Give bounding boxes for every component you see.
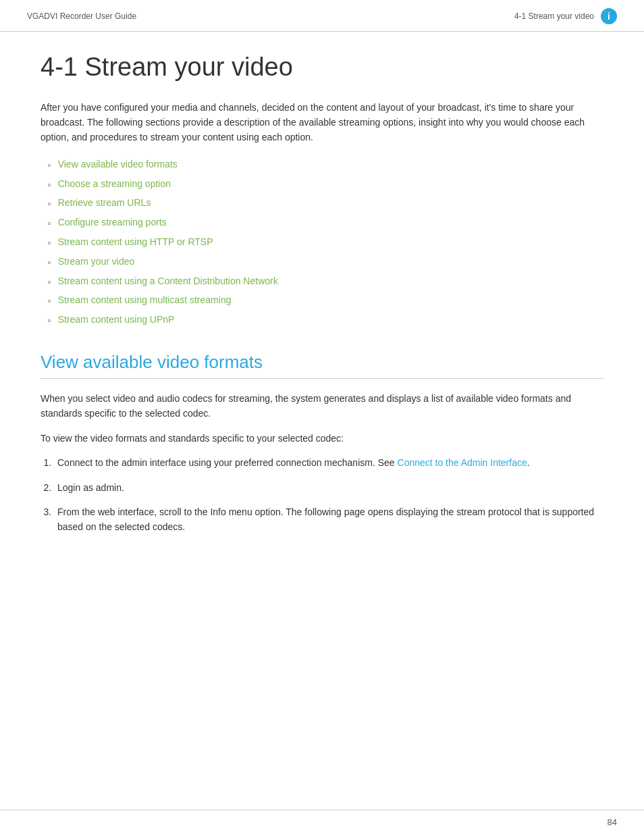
- step-1-text: Connect to the admin interface using you…: [57, 457, 398, 468]
- step-2-text: Login as admin.: [57, 482, 124, 493]
- page-footer: 84: [0, 810, 644, 834]
- toc-link-multicast[interactable]: Stream content using multicast streaming: [58, 294, 232, 305]
- header-chapter-text: 4-1 Stream your video: [514, 11, 594, 21]
- connect-admin-link[interactable]: Connect to the Admin Interface: [398, 457, 527, 468]
- chapter-title-text: Stream your video: [84, 53, 292, 81]
- chapter-number: 4-1: [41, 53, 78, 81]
- list-item: Stream your video: [47, 256, 603, 270]
- section-heading: View available video formats: [41, 352, 603, 379]
- header-left-text: VGADVI Recorder User Guide: [27, 11, 136, 21]
- toc-link-http-rtsp[interactable]: Stream content using HTTP or RTSP: [58, 236, 213, 247]
- intro-paragraph: After you have configured your media and…: [41, 100, 603, 145]
- info-icon[interactable]: i: [601, 8, 617, 24]
- toc-link-cdn[interactable]: Stream content using a Content Distribut…: [58, 276, 278, 286]
- list-item: Stream content using multicast streaming: [47, 294, 603, 309]
- toc-link-upnp[interactable]: Stream content using UPnP: [58, 314, 175, 325]
- page-wrapper: VGADVI Recorder User Guide 4-1 Stream yo…: [0, 0, 644, 834]
- toc-link-view-formats[interactable]: View available video formats: [58, 159, 178, 170]
- page-number: 84: [608, 817, 617, 827]
- toc-list: View available video formats Choose a st…: [41, 159, 603, 328]
- page-header: VGADVI Recorder User Guide 4-1 Stream yo…: [0, 0, 644, 32]
- list-item: Stream content using HTTP or RTSP: [47, 236, 603, 251]
- step-3-text: From the web interface, scroll to the In…: [57, 506, 594, 532]
- section-view-formats: View available video formats When you se…: [41, 352, 603, 535]
- toc-link-stream-video[interactable]: Stream your video: [58, 256, 135, 267]
- list-item: Choose a streaming option: [47, 178, 603, 192]
- chapter-title: 4-1 Stream your video: [41, 52, 603, 83]
- list-item: Configure streaming ports: [47, 217, 603, 231]
- step-1-after: .: [527, 457, 530, 468]
- step-2: Login as admin.: [54, 480, 603, 495]
- list-item: Stream content using UPnP: [47, 314, 603, 328]
- list-item: Stream content using a Content Distribut…: [47, 276, 603, 290]
- list-item: View available video formats: [47, 159, 603, 173]
- main-content: 4-1 Stream your video After you have con…: [0, 32, 644, 575]
- toc-link-choose-streaming[interactable]: Choose a streaming option: [58, 178, 171, 189]
- steps-list: Connect to the admin interface using you…: [41, 455, 603, 535]
- step-3: From the web interface, scroll to the In…: [54, 504, 603, 535]
- step-1: Connect to the admin interface using you…: [54, 455, 603, 470]
- list-item: Retrieve stream URLs: [47, 197, 603, 211]
- section-paragraph-2: To view the video formats and standards …: [41, 431, 603, 446]
- header-right: 4-1 Stream your video i: [514, 8, 617, 24]
- toc-link-retrieve-urls[interactable]: Retrieve stream URLs: [58, 197, 151, 208]
- section-paragraph-1: When you select video and audio codecs f…: [41, 391, 603, 421]
- toc-link-configure-ports[interactable]: Configure streaming ports: [58, 217, 167, 228]
